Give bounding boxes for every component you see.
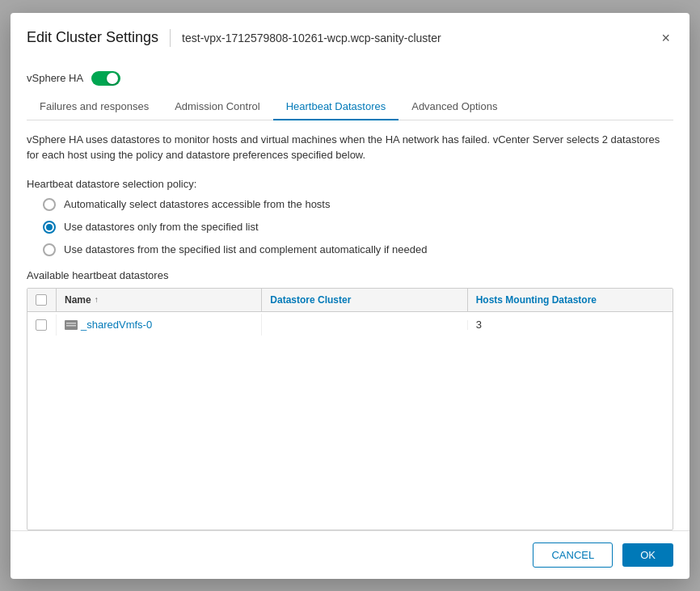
td-check <box>27 314 57 336</box>
row-checkbox[interactable] <box>36 319 47 331</box>
radio-label-auto: Automatically select datastores accessib… <box>64 198 330 210</box>
header-checkbox[interactable] <box>36 294 47 306</box>
th-check <box>27 289 57 311</box>
table-row: _sharedVmfs-0 3 <box>27 312 673 338</box>
th-name: Name ↑ <box>57 289 262 311</box>
datastore-icon <box>65 320 78 330</box>
radio-label-specified: Use datastores only from the specified l… <box>64 221 259 233</box>
tab-admission[interactable]: Admission Control <box>162 94 273 120</box>
radio-label-complement: Use datastores from the specified list a… <box>64 243 427 255</box>
radio-option-specified[interactable]: Use datastores only from the specified l… <box>43 221 673 234</box>
modal-title: Edit Cluster Settings <box>27 29 158 46</box>
available-label: Available heartbeat datastores <box>27 269 673 281</box>
radio-circle-auto <box>43 198 56 211</box>
svg-rect-1 <box>66 323 76 324</box>
policy-label: Heartbeat datastore selection policy: <box>27 171 673 198</box>
vsphere-ha-row: vSphere HA <box>27 60 673 94</box>
sort-icon: ↑ <box>95 295 99 304</box>
datastore-link[interactable]: _sharedVmfs-0 <box>81 319 152 331</box>
available-section: Available heartbeat datastores Name ↑ Da… <box>27 256 673 530</box>
td-name: _sharedVmfs-0 <box>57 314 262 336</box>
vsphere-ha-label: vSphere HA <box>27 72 83 84</box>
modal-footer: CANCEL OK <box>11 530 689 579</box>
tab-advanced[interactable]: Advanced Options <box>398 94 510 120</box>
td-dc <box>262 320 467 330</box>
table-header: Name ↑ Datastore Cluster Hosts Mounting … <box>27 289 673 312</box>
td-hosts: 3 <box>468 314 673 336</box>
modal-subtitle: test-vpx-1712579808-10261-wcp.wcp-sanity… <box>182 32 658 44</box>
svg-rect-2 <box>66 325 76 327</box>
radio-option-auto[interactable]: Automatically select datastores accessib… <box>43 198 673 211</box>
modal-header: Edit Cluster Settings test-vpx-171257980… <box>11 13 689 60</box>
description-text: vSphere HA uses datastores to monitor ho… <box>27 120 673 171</box>
datastore-table: Name ↑ Datastore Cluster Hosts Mounting … <box>27 288 673 530</box>
close-button[interactable]: × <box>658 27 673 49</box>
cancel-button[interactable]: CANCEL <box>533 542 613 568</box>
vsphere-ha-toggle[interactable] <box>91 71 120 86</box>
th-hosts-mounting: Hosts Mounting Datastore <box>468 289 673 311</box>
radio-option-complement[interactable]: Use datastores from the specified list a… <box>43 243 673 256</box>
tab-bar: Failures and responses Admission Control… <box>27 94 673 120</box>
radio-circle-complement <box>43 243 56 256</box>
modal-overlay: Edit Cluster Settings test-vpx-171257980… <box>0 0 700 591</box>
radio-inner-specified <box>46 224 53 230</box>
toggle-knob <box>107 73 118 84</box>
radio-group: Automatically select datastores accessib… <box>27 198 673 256</box>
ok-button[interactable]: OK <box>622 543 673 567</box>
radio-circle-specified <box>43 221 56 234</box>
tab-failures[interactable]: Failures and responses <box>27 94 162 120</box>
th-datastore-cluster: Datastore Cluster <box>262 289 467 311</box>
header-divider <box>170 29 171 47</box>
edit-cluster-modal: Edit Cluster Settings test-vpx-171257980… <box>11 13 689 579</box>
modal-body: vSphere HA Failures and responses Admiss… <box>11 60 689 530</box>
tab-heartbeat[interactable]: Heartbeat Datastores <box>273 94 399 120</box>
